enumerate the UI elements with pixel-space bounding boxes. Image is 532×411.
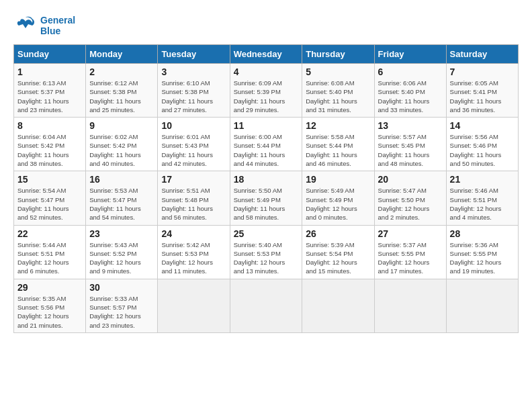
calendar-cell: 30Sunrise: 5:33 AMSunset: 5:57 PMDayligh… [86, 279, 158, 332]
day-number: 16 [89, 174, 154, 185]
day-number: 29 [17, 282, 82, 293]
day-number: 13 [378, 120, 443, 131]
calendar-cell: 13Sunrise: 5:57 AMSunset: 5:45 PMDayligh… [374, 118, 446, 171]
day-info: Sunrise: 6:02 AMSunset: 5:42 PMDaylight:… [89, 132, 154, 168]
day-number: 26 [306, 228, 370, 239]
calendar-cell: 23Sunrise: 5:43 AMSunset: 5:52 PMDayligh… [86, 225, 158, 279]
page-header: General Blue [13, 13, 519, 38]
day-number: 3 [161, 66, 226, 77]
calendar-table: SundayMondayTuesdayWednesdayThursdayFrid… [13, 44, 519, 333]
day-info: Sunrise: 6:09 AMSunset: 5:39 PMDaylight:… [234, 79, 299, 114]
calendar-cell [302, 279, 374, 332]
day-info: Sunrise: 6:13 AMSunset: 5:37 PMDaylight:… [17, 79, 82, 114]
logo: General Blue [13, 13, 75, 38]
calendar-cell: 5Sunrise: 6:08 AMSunset: 5:40 PMDaylight… [302, 64, 374, 118]
day-number: 30 [89, 282, 154, 293]
day-info: Sunrise: 5:57 AMSunset: 5:45 PMDaylight:… [378, 132, 443, 168]
day-number: 14 [450, 120, 515, 131]
calendar-cell [374, 279, 446, 332]
day-info: Sunrise: 6:05 AMSunset: 5:41 PMDaylight:… [450, 79, 515, 114]
col-header-thursday: Thursday [302, 45, 374, 64]
day-number: 21 [450, 174, 515, 185]
day-info: Sunrise: 5:54 AMSunset: 5:47 PMDaylight:… [17, 186, 82, 222]
calendar-cell: 19Sunrise: 5:49 AMSunset: 5:49 PMDayligh… [302, 171, 374, 225]
day-number: 4 [234, 66, 299, 77]
calendar-cell [230, 279, 302, 332]
day-number: 18 [234, 174, 299, 185]
calendar-cell [446, 279, 518, 332]
day-info: Sunrise: 5:56 AMSunset: 5:46 PMDaylight:… [450, 132, 515, 168]
day-number: 5 [306, 66, 370, 77]
day-number: 1 [17, 66, 82, 77]
day-number: 25 [234, 228, 299, 239]
calendar-cell: 11Sunrise: 6:00 AMSunset: 5:44 PMDayligh… [230, 118, 302, 171]
day-info: Sunrise: 6:01 AMSunset: 5:43 PMDaylight:… [161, 132, 226, 168]
day-info: Sunrise: 6:06 AMSunset: 5:40 PMDaylight:… [378, 79, 443, 114]
calendar-cell: 6Sunrise: 6:06 AMSunset: 5:40 PMDaylight… [374, 64, 446, 118]
day-info: Sunrise: 5:42 AMSunset: 5:53 PMDaylight:… [161, 240, 226, 276]
day-info: Sunrise: 5:47 AMSunset: 5:50 PMDaylight:… [378, 186, 443, 222]
day-info: Sunrise: 6:12 AMSunset: 5:38 PMDaylight:… [89, 79, 154, 114]
day-number: 28 [450, 228, 515, 239]
day-info: Sunrise: 5:36 AMSunset: 5:55 PMDaylight:… [450, 240, 515, 276]
col-header-saturday: Saturday [446, 45, 518, 64]
calendar-cell: 27Sunrise: 5:37 AMSunset: 5:55 PMDayligh… [374, 225, 446, 279]
col-header-sunday: Sunday [14, 45, 86, 64]
day-info: Sunrise: 6:00 AMSunset: 5:44 PMDaylight:… [234, 132, 299, 168]
day-number: 23 [89, 228, 154, 239]
day-info: Sunrise: 5:58 AMSunset: 5:44 PMDaylight:… [306, 132, 370, 168]
calendar-cell: 1Sunrise: 6:13 AMSunset: 5:37 PMDaylight… [14, 64, 86, 118]
col-header-tuesday: Tuesday [158, 45, 230, 64]
day-info: Sunrise: 6:04 AMSunset: 5:42 PMDaylight:… [17, 132, 82, 168]
calendar-cell: 29Sunrise: 5:35 AMSunset: 5:56 PMDayligh… [14, 279, 86, 332]
day-info: Sunrise: 6:10 AMSunset: 5:38 PMDaylight:… [161, 79, 226, 114]
day-info: Sunrise: 5:35 AMSunset: 5:56 PMDaylight:… [17, 294, 82, 330]
day-info: Sunrise: 5:51 AMSunset: 5:48 PMDaylight:… [161, 186, 226, 222]
calendar-cell: 14Sunrise: 5:56 AMSunset: 5:46 PMDayligh… [446, 118, 518, 171]
calendar-cell: 9Sunrise: 6:02 AMSunset: 5:42 PMDaylight… [86, 118, 158, 171]
day-number: 15 [17, 174, 82, 185]
day-number: 9 [89, 120, 154, 131]
day-number: 6 [378, 66, 443, 77]
calendar-cell: 4Sunrise: 6:09 AMSunset: 5:39 PMDaylight… [230, 64, 302, 118]
calendar-cell: 26Sunrise: 5:39 AMSunset: 5:54 PMDayligh… [302, 225, 374, 279]
calendar-cell: 20Sunrise: 5:47 AMSunset: 5:50 PMDayligh… [374, 171, 446, 225]
day-number: 27 [378, 228, 443, 239]
day-info: Sunrise: 5:33 AMSunset: 5:57 PMDaylight:… [89, 294, 154, 330]
day-number: 19 [306, 174, 370, 185]
day-number: 20 [378, 174, 443, 185]
calendar-cell: 15Sunrise: 5:54 AMSunset: 5:47 PMDayligh… [14, 171, 86, 225]
col-header-monday: Monday [86, 45, 158, 64]
calendar-cell: 21Sunrise: 5:46 AMSunset: 5:51 PMDayligh… [446, 171, 518, 225]
logo-text: General Blue [40, 15, 75, 36]
day-number: 7 [450, 66, 515, 77]
day-info: Sunrise: 5:37 AMSunset: 5:55 PMDaylight:… [378, 240, 443, 276]
calendar-cell: 12Sunrise: 5:58 AMSunset: 5:44 PMDayligh… [302, 118, 374, 171]
day-info: Sunrise: 5:53 AMSunset: 5:47 PMDaylight:… [89, 186, 154, 222]
col-header-wednesday: Wednesday [230, 45, 302, 64]
day-number: 24 [161, 228, 226, 239]
day-info: Sunrise: 5:44 AMSunset: 5:51 PMDaylight:… [17, 240, 82, 276]
calendar-cell: 17Sunrise: 5:51 AMSunset: 5:48 PMDayligh… [158, 171, 230, 225]
calendar-cell [158, 279, 230, 332]
day-info: Sunrise: 5:50 AMSunset: 5:49 PMDaylight:… [234, 186, 299, 222]
logo-container: General Blue [13, 13, 75, 38]
calendar-cell: 24Sunrise: 5:42 AMSunset: 5:53 PMDayligh… [158, 225, 230, 279]
calendar-cell: 3Sunrise: 6:10 AMSunset: 5:38 PMDaylight… [158, 64, 230, 118]
calendar-cell: 10Sunrise: 6:01 AMSunset: 5:43 PMDayligh… [158, 118, 230, 171]
day-info: Sunrise: 5:43 AMSunset: 5:52 PMDaylight:… [89, 240, 154, 276]
day-number: 22 [17, 228, 82, 239]
calendar-cell: 18Sunrise: 5:50 AMSunset: 5:49 PMDayligh… [230, 171, 302, 225]
logo-bird-icon [13, 13, 38, 38]
day-number: 17 [161, 174, 226, 185]
col-header-friday: Friday [374, 45, 446, 64]
calendar-cell: 16Sunrise: 5:53 AMSunset: 5:47 PMDayligh… [86, 171, 158, 225]
day-info: Sunrise: 6:08 AMSunset: 5:40 PMDaylight:… [306, 79, 370, 114]
day-info: Sunrise: 5:40 AMSunset: 5:53 PMDaylight:… [234, 240, 299, 276]
day-number: 2 [89, 66, 154, 77]
calendar-cell: 8Sunrise: 6:04 AMSunset: 5:42 PMDaylight… [14, 118, 86, 171]
day-info: Sunrise: 5:39 AMSunset: 5:54 PMDaylight:… [306, 240, 370, 276]
day-info: Sunrise: 5:46 AMSunset: 5:51 PMDaylight:… [450, 186, 515, 222]
day-number: 8 [17, 120, 82, 131]
day-info: Sunrise: 5:49 AMSunset: 5:49 PMDaylight:… [306, 186, 370, 222]
